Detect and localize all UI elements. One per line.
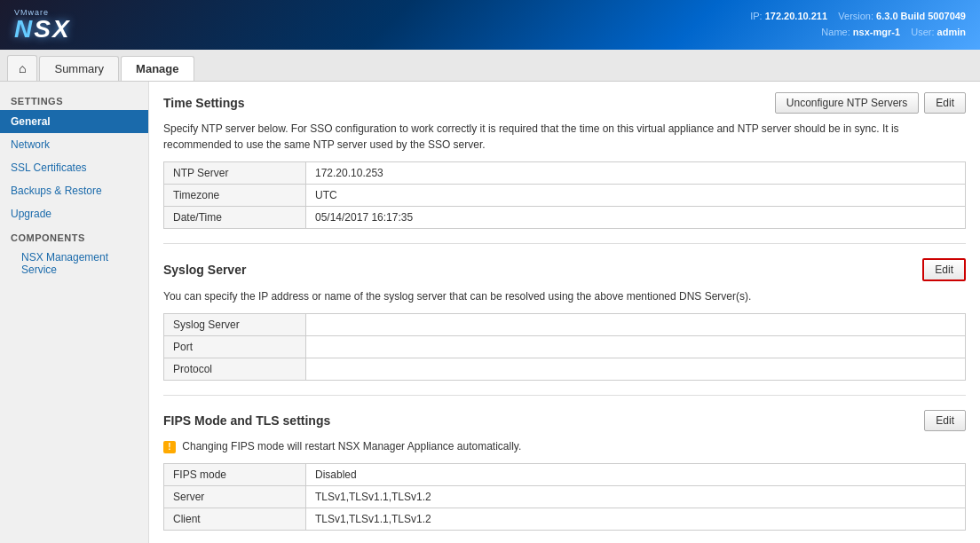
sidebar-item-nsx-management-service[interactable]: NSX ManagementService xyxy=(0,247,148,280)
syslog-description: You can specify the IP address or name o… xyxy=(163,288,966,304)
divider-2 xyxy=(163,395,966,396)
syslog-protocol-value xyxy=(306,358,966,381)
divider-1 xyxy=(163,243,966,244)
user-value: admin xyxy=(937,27,966,37)
fips-warning: ! Changing FIPS mode will restart NSX Ma… xyxy=(163,438,966,454)
content-area: Time Settings Unconfigure NTP Servers Ed… xyxy=(149,82,980,543)
sidebar: SETTINGS General Network SSL Certificate… xyxy=(0,82,149,543)
fips-client-label: Client xyxy=(164,508,306,531)
ip-value: 172.20.10.211 xyxy=(765,11,827,21)
settings-section-header: SETTINGS xyxy=(0,89,148,110)
table-row: NTP Server 172.20.10.253 xyxy=(164,162,966,185)
fips-actions: Edit xyxy=(924,410,966,431)
fips-server-label: Server xyxy=(164,486,306,508)
fips-settings-header: FIPS Mode and TLS settings Edit xyxy=(163,410,966,431)
sidebar-item-upgrade[interactable]: Upgrade xyxy=(0,202,148,225)
warning-icon: ! xyxy=(163,441,176,453)
fips-table: FIPS mode Disabled Server TLSv1,TLSv1.1,… xyxy=(163,463,966,531)
tabs-bar: ⌂ Summary Manage xyxy=(0,50,980,82)
time-settings-description: Specify NTP server below. For SSO config… xyxy=(163,121,966,153)
unconfigure-ntp-button[interactable]: Unconfigure NTP Servers xyxy=(775,92,920,114)
syslog-server-label: Syslog Server xyxy=(164,314,306,336)
syslog-protocol-label: Protocol xyxy=(164,358,306,381)
sidebar-item-network[interactable]: Network xyxy=(0,133,148,156)
ip-label: IP: xyxy=(750,11,762,21)
fips-mode-value: Disabled xyxy=(306,464,966,486)
fips-edit-button[interactable]: Edit xyxy=(924,410,966,431)
tab-home[interactable]: ⌂ xyxy=(7,55,37,81)
table-row: FIPS mode Disabled xyxy=(164,464,966,486)
timezone-value: UTC xyxy=(306,185,966,207)
datetime-label: Date/Time xyxy=(164,207,306,229)
ntp-server-label: NTP Server xyxy=(164,162,306,185)
table-row: Port xyxy=(164,336,966,358)
header-info: IP: 172.20.10.211 Version: 6.3.0 Build 5… xyxy=(750,9,966,40)
user-label: User: xyxy=(911,27,934,37)
time-settings-title: Time Settings xyxy=(163,96,245,110)
datetime-value: 05/14/2017 16:17:35 xyxy=(306,207,966,229)
fips-settings-title: FIPS Mode and TLS settings xyxy=(163,413,330,428)
sidebar-item-ssl-certificates[interactable]: SSL Certificates xyxy=(0,156,148,179)
fips-server-value: TLSv1,TLSv1.1,TLSv1.2 xyxy=(306,486,966,508)
ntp-server-value: 172.20.10.253 xyxy=(306,162,966,185)
fips-client-value: TLSv1,TLSv1.1,TLSv1.2 xyxy=(306,508,966,531)
syslog-port-label: Port xyxy=(164,336,306,358)
tab-summary[interactable]: Summary xyxy=(39,56,119,81)
syslog-server-value xyxy=(306,314,966,336)
timezone-label: Timezone xyxy=(164,185,306,207)
name-value: nsx-mgr-1 xyxy=(853,27,900,37)
table-row: Client TLSv1,TLSv1.1,TLSv1.2 xyxy=(164,508,966,531)
time-settings-actions: Unconfigure NTP Servers Edit xyxy=(775,92,966,114)
nsx-logo: NSX xyxy=(14,17,71,42)
table-row: Date/Time 05/14/2017 16:17:35 xyxy=(164,207,966,229)
components-section-header: COMPONENTS xyxy=(0,225,148,247)
version-label: Version: xyxy=(838,11,873,21)
sidebar-item-general[interactable]: General xyxy=(0,110,148,133)
name-label: Name: xyxy=(821,27,850,37)
table-row: Server TLSv1,TLSv1.1,TLSv1.2 xyxy=(164,486,966,508)
time-settings-table: NTP Server 172.20.10.253 Timezone UTC Da… xyxy=(163,161,966,229)
time-settings-header: Time Settings Unconfigure NTP Servers Ed… xyxy=(163,92,966,114)
table-row: Timezone UTC xyxy=(164,185,966,207)
sidebar-item-backups-restore[interactable]: Backups & Restore xyxy=(0,179,148,202)
time-settings-edit-button[interactable]: Edit xyxy=(924,92,966,114)
syslog-port-value xyxy=(306,336,966,358)
syslog-edit-button[interactable]: Edit xyxy=(922,258,966,281)
tab-manage[interactable]: Manage xyxy=(121,56,194,81)
table-row: Syslog Server xyxy=(164,314,966,336)
syslog-actions: Edit xyxy=(922,258,966,281)
main-content: SETTINGS General Network SSL Certificate… xyxy=(0,82,980,543)
logo-container: VMware NSX xyxy=(14,8,71,42)
syslog-server-title: Syslog Server xyxy=(163,263,246,277)
syslog-server-header: Syslog Server Edit xyxy=(163,258,966,281)
table-row: Protocol xyxy=(164,358,966,381)
app-header: VMware NSX IP: 172.20.10.211 Version: 6.… xyxy=(0,0,980,50)
fips-mode-label: FIPS mode xyxy=(164,464,306,486)
version-value: 6.3.0 Build 5007049 xyxy=(876,11,966,21)
syslog-table: Syslog Server Port Protocol xyxy=(163,313,966,381)
